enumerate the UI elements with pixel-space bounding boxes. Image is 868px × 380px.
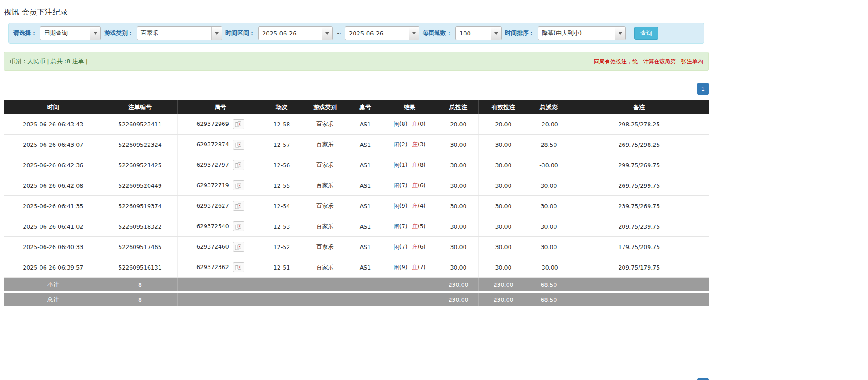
total-row: 总计 8 230.00 230.00 68.50 [4, 292, 709, 307]
cell-session: 12-53 [264, 216, 300, 237]
header-note: 备注 [569, 100, 709, 114]
result-banker-label: 庄 [412, 243, 418, 250]
result-banker-label: 庄 [412, 120, 418, 127]
cell-table: AS1 [350, 196, 381, 216]
header-bet-id: 注单编号 [103, 100, 177, 114]
chevron-down-icon[interactable] [409, 27, 419, 40]
table-row: 2025-06-26 06:41:35 522609519374 6293726… [4, 196, 709, 216]
total-empty-cell [177, 292, 264, 307]
result-banker-label: 庄 [412, 161, 418, 168]
cell-total-bet[interactable]: 30.00 [439, 196, 478, 216]
cell-total-bet[interactable]: 20.00 [439, 114, 478, 135]
cell-total-bet[interactable]: 30.00 [439, 135, 478, 155]
cell-time: 2025-06-26 06:42:08 [4, 175, 103, 196]
search-button[interactable]: 查询 [634, 27, 658, 40]
round-result-icon[interactable] [233, 180, 244, 190]
cell-time: 2025-06-26 06:43:07 [4, 135, 103, 155]
cell-result: 闲(8) 庄(0) [381, 114, 439, 135]
cell-session: 12-56 [264, 155, 300, 175]
result-banker-label: 庄 [412, 141, 418, 148]
total-payout: 68.50 [529, 292, 569, 307]
bet-table: 时间 注单编号 局号 场次 游戏类别 桌号 结果 总投注 有效投注 总派彩 备注… [4, 100, 709, 306]
cell-session: 12-58 [264, 114, 300, 135]
round-result-icon[interactable] [233, 221, 244, 231]
cell-note: 298.25/278.25 [569, 114, 709, 135]
currency-summary-text: 币别：人民币 | 总共 :8 注单 | [10, 57, 88, 65]
cell-total-bet[interactable]: 30.00 [439, 155, 478, 175]
chevron-down-icon[interactable] [491, 27, 501, 40]
subtotal-empty-cell [381, 278, 439, 292]
cell-result: 闲(7) 庄(6) [381, 175, 439, 196]
cell-time: 2025-06-26 06:39:57 [4, 257, 103, 278]
round-result-icon[interactable] [233, 201, 244, 211]
game-type-select[interactable]: 百家乐 [137, 26, 222, 40]
date-to-select[interactable]: 2025-06-26 [345, 26, 419, 40]
chevron-down-icon[interactable] [211, 27, 222, 40]
cell-result: 闲(9) 庄(7) [381, 257, 439, 278]
round-result-icon[interactable] [233, 119, 244, 129]
result-banker-value: (6) [418, 182, 426, 189]
chevron-down-icon[interactable] [90, 27, 100, 40]
cell-bet-id: 522609520449 [103, 175, 177, 196]
round-id-text: 629372719 [196, 182, 229, 189]
query-type-label: 请选择： [13, 29, 37, 37]
cell-payout: 28.50 [529, 135, 569, 155]
sort-order-select[interactable]: 降冪(由大到小) [538, 26, 626, 40]
result-banker-value: (6) [418, 243, 426, 250]
page-1-button[interactable]: 1 [697, 83, 709, 95]
cell-total-bet[interactable]: 30.00 [439, 257, 478, 278]
cell-bet-id: 522609521425 [103, 155, 177, 175]
pagination-top: 1 [4, 83, 709, 95]
cell-total-bet[interactable]: 30.00 [439, 237, 478, 257]
cell-result: 闲(9) 庄(4) [381, 196, 439, 216]
cell-note: 269.75/298.25 [569, 135, 709, 155]
cell-valid-bet: 30.00 [478, 155, 529, 175]
query-type-value: 日期查询 [40, 27, 90, 40]
round-id-text: 629372969 [196, 120, 229, 127]
round-id-text: 629372460 [196, 243, 229, 250]
result-banker-value: (7) [418, 264, 426, 270]
cell-session: 12-52 [264, 237, 300, 257]
table-row: 2025-06-26 06:42:36 522609521425 6293727… [4, 155, 709, 175]
header-result: 结果 [381, 100, 439, 114]
result-banker-value: (8) [418, 161, 426, 168]
round-result-icon[interactable] [233, 140, 244, 150]
cell-valid-bet: 30.00 [478, 237, 529, 257]
chevron-down-icon[interactable] [322, 27, 332, 40]
date-to-value: 2025-06-26 [345, 27, 409, 40]
result-banker-label: 庄 [412, 182, 418, 189]
result-player-value: (9) [399, 264, 409, 270]
cell-game: 百家乐 [300, 237, 350, 257]
cell-valid-bet: 30.00 [478, 257, 529, 278]
cell-session: 12-51 [264, 257, 300, 278]
round-result-icon[interactable] [233, 160, 244, 170]
cell-round: 629372797 [177, 155, 264, 175]
result-player-value: (2) [399, 141, 409, 148]
result-player-label: 闲 [394, 120, 399, 127]
subtotal-empty-cell [350, 278, 381, 292]
cell-note: 299.75/269.75 [569, 155, 709, 175]
result-player-value: (8) [399, 120, 409, 127]
cell-note: 209.75/239.75 [569, 216, 709, 237]
result-banker-value: (5) [418, 223, 426, 230]
cell-round: 629372540 [177, 216, 264, 237]
query-type-select[interactable]: 日期查询 [40, 26, 101, 40]
cell-total-bet[interactable]: 30.00 [439, 175, 478, 196]
page-1-button-bottom[interactable]: 1 [697, 378, 709, 380]
cell-game: 百家乐 [300, 196, 350, 216]
header-payout: 总派彩 [529, 100, 569, 114]
date-from-value: 2025-06-26 [259, 27, 322, 40]
result-player-label: 闲 [394, 202, 399, 209]
round-result-icon[interactable] [233, 262, 244, 272]
chevron-down-icon[interactable] [615, 27, 625, 40]
date-from-select[interactable]: 2025-06-26 [258, 26, 333, 40]
result-player-label: 闲 [394, 243, 399, 250]
cell-game: 百家乐 [300, 216, 350, 237]
cell-total-bet[interactable]: 30.00 [439, 216, 478, 237]
round-result-icon[interactable] [233, 242, 244, 252]
cell-round: 629372969 [177, 114, 264, 135]
result-player-label: 闲 [394, 223, 399, 230]
per-page-select[interactable]: 100 [455, 26, 502, 40]
round-id-text: 629372362 [196, 264, 229, 270]
result-player-value: (7) [399, 223, 409, 230]
